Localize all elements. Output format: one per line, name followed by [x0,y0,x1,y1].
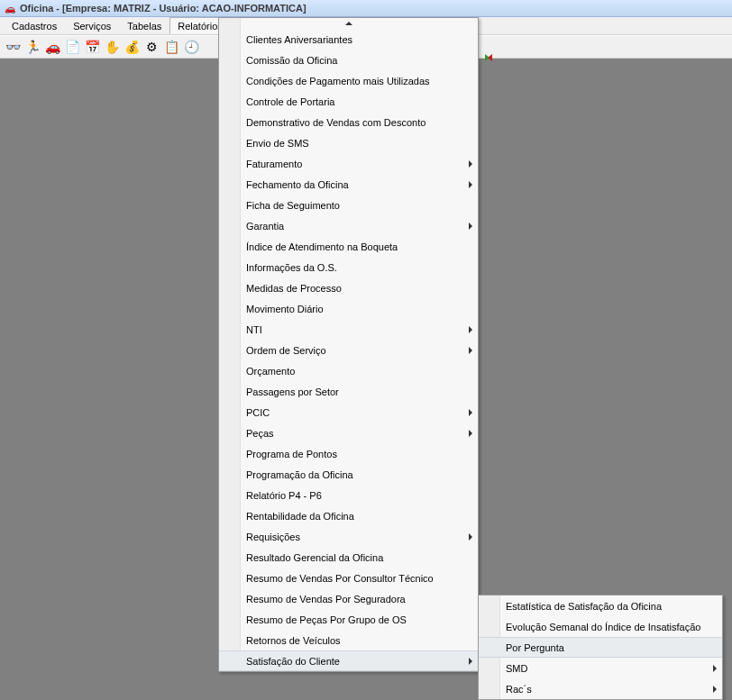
menu-item[interactable]: Peças [219,423,478,443]
money-icon[interactable]: 💰 [123,38,141,56]
menu-item-label: Rac´s [506,684,532,695]
menu-item[interactable]: Fechamento da Oficina [219,174,478,195]
menu-item-label: Programação da Oficina [246,469,353,480]
submenu-arrow-icon [713,665,717,672]
menu-item[interactable]: Movimento Diário [219,298,478,319]
doc-icon[interactable]: 📄 [63,38,81,56]
menu-item[interactable]: Evolução Semanal do Índice de Insatisfaç… [479,616,722,637]
menu-item-label: Estatística de Satisfação da Oficina [506,601,662,612]
calendar-icon[interactable]: 📅 [83,38,101,56]
menu-servicos[interactable]: Serviços [65,17,119,34]
submenu-arrow-icon [469,409,472,416]
menu-item-label: Requisições [246,532,300,542]
menu-item[interactable]: Resumo de Vendas Por Consultor Técnico [219,568,478,588]
menu-item[interactable]: Índice de Atendimento na Boqueta [219,236,478,257]
menu-item-label: Rentabilidade da Oficina [246,511,354,522]
submenu-arrow-icon [469,223,472,230]
menu-item[interactable]: NTI [219,319,478,340]
menu-item[interactable]: Condições de Pagamento mais Utilizadas [219,70,478,91]
menu-item[interactable]: Informações da O.S. [219,257,478,277]
menu-item[interactable]: Retornos de Veículos [219,630,478,650]
menu-item[interactable]: Resultado Gerencial da Oficina [219,547,478,568]
submenu-arrow-icon [469,181,472,188]
menu-item-label: NTI [246,324,262,335]
menu-item-label: Medidas de Processo [246,283,342,294]
menu-item-label: Por Pergunta [506,642,564,653]
menu-item-label: Ordem de Serviço [246,345,326,356]
menu-item-label: Clientes Aniversariantes [246,34,352,45]
menu-item[interactable]: Resumo de Peças Por Grupo de OS [219,609,478,630]
menu-item[interactable]: SMD [479,658,722,678]
menu-item-label: Controle de Portaria [246,96,334,107]
menu-item-label: PCIC [246,407,270,418]
submenu-arrow-icon [469,347,472,354]
menu-item-label: Envio de SMS [246,138,309,149]
menu-item-label: Peças [246,428,274,439]
menu-item-label: Comissão da Oficina [246,55,338,66]
menu-item-label: Passagens por Setor [246,386,339,397]
submenu-arrow-icon [469,430,472,437]
menu-item[interactable]: PCIC [219,402,478,423]
toolbar-accent-icon [485,52,491,62]
exit-icon[interactable]: 🏃 [23,38,41,56]
menu-item[interactable]: Programação da Oficina [219,464,478,485]
submenu-arrow-icon [713,686,717,693]
menu-item-label: Índice de Atendimento na Boqueta [246,241,398,252]
submenu-arrow-icon [469,160,472,168]
menu-item-label: SMD [506,663,527,674]
menu-item[interactable]: Passagens por Setor [219,381,478,402]
clock-icon[interactable]: 🕘 [182,38,200,56]
menu-item-label: Evolução Semanal do Índice de Insatisfaç… [506,622,700,632]
menu-item[interactable]: Ficha de Seguimento [219,195,478,215]
submenu-arrow-icon [469,658,472,665]
app-icon: 🚗 [4,3,16,14]
menu-item-label: Resultado Gerencial da Oficina [246,552,383,563]
menu-item-label: Faturamento [246,159,302,169]
menu-item[interactable]: Ordem de Serviço [219,340,478,360]
glasses-icon[interactable]: 👓 [4,38,22,56]
menu-tabelas[interactable]: Tabelas [119,17,169,34]
menu-item[interactable]: Clientes Aniversariantes [219,29,478,50]
menu-item-label: Condições de Pagamento mais Utilizadas [246,76,430,86]
titlebar-text: Oficina - [Empresa: MATRIZ - Usuário: AC… [20,3,307,14]
menu-relatorios: Clientes AniversariantesComissão da Ofic… [218,17,479,672]
menu-item-label: Resumo de Vendas Por Seguradora [246,594,406,605]
menu-item-label: Satisfação do Cliente [246,656,340,667]
menu-item-label: Movimento Diário [246,304,324,314]
menu-item[interactable]: Programa de Pontos [219,443,478,464]
menu-item[interactable]: Relatório P4 - P6 [219,485,478,505]
tire-icon[interactable]: ⚙ [142,38,160,56]
menu-scroll-up[interactable] [219,18,478,29]
menu-item-label: Demonstrativo de Vendas com Desconto [246,117,425,128]
submenu-arrow-icon [469,533,472,541]
menu-item-label: Informações da O.S. [246,262,337,273]
menu-item[interactable]: Envio de SMS [219,132,478,153]
car-icon[interactable]: 🚗 [43,38,61,56]
menu-item[interactable]: Requisições [219,526,478,547]
form-icon[interactable]: 📋 [162,38,180,56]
menu-item[interactable]: Satisfação do Cliente [219,650,478,671]
menu-item[interactable]: Rentabilidade da Oficina [219,505,478,526]
submenu-satisfacao-cliente: Estatística de Satisfação da OficinaEvol… [478,595,723,700]
menu-item-label: Garantia [246,221,284,232]
menu-item[interactable]: Controle de Portaria [219,91,478,112]
menu-item[interactable]: Medidas de Processo [219,277,478,298]
menu-item[interactable]: Rac´s [479,678,722,699]
menu-item-label: Fechamento da Oficina [246,179,349,190]
menu-item[interactable]: Garantia [219,215,478,236]
menu-item-label: Retornos de Veículos [246,635,341,646]
menu-item[interactable]: Faturamento [219,153,478,174]
menu-cadastros[interactable]: Cadastros [4,17,65,34]
menu-item[interactable]: Resumo de Vendas Por Seguradora [219,588,478,609]
menu-item[interactable]: Por Pergunta [479,637,722,658]
menu-item[interactable]: Orçamento [219,360,478,381]
titlebar: 🚗 Oficina - [Empresa: MATRIZ - Usuário: … [0,0,732,17]
menu-item-label: Resumo de Vendas Por Consultor Técnico [246,573,434,584]
menu-item[interactable]: Comissão da Oficina [219,50,478,70]
menu-item[interactable]: Estatística de Satisfação da Oficina [479,595,722,616]
menu-item-label: Relatório P4 - P6 [246,490,322,501]
menu-item[interactable]: Demonstrativo de Vendas com Desconto [219,112,478,132]
menu-item-label: Programa de Pontos [246,449,337,459]
menu-item-label: Resumo de Peças Por Grupo de OS [246,614,407,625]
hand-icon[interactable]: ✋ [103,38,121,56]
